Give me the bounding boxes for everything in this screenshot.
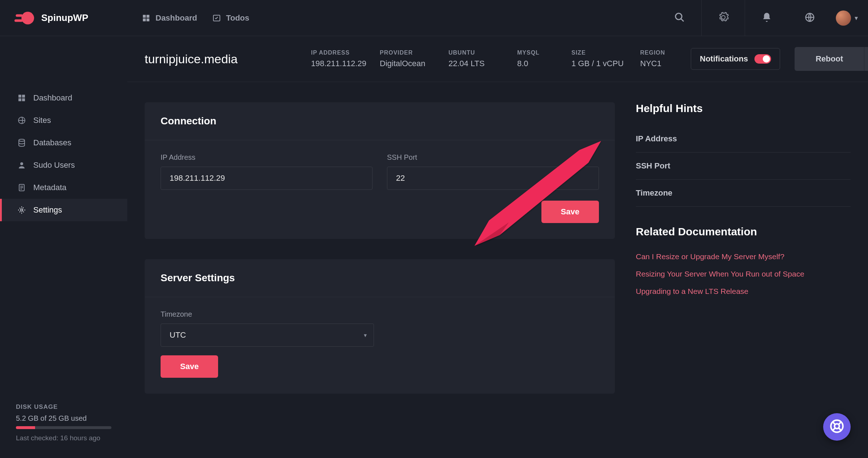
document-icon [17,183,26,192]
hint-ssh-port[interactable]: SSH Port [636,153,851,180]
ip-address-input[interactable] [161,167,373,190]
svg-rect-14 [22,98,25,101]
help-fab[interactable] [823,413,851,441]
region-button[interactable] [788,0,831,36]
search-button[interactable] [658,0,701,36]
svg-line-9 [681,18,684,21]
timezone-label: Timezone [161,310,599,318]
server-name: turnipjuice.media [145,52,282,66]
sidebar-item-label: Databases [33,138,71,147]
globe-icon [17,116,26,125]
timezone-select[interactable] [161,324,374,347]
brand-name: SpinupWP [41,12,88,23]
svg-rect-13 [18,98,21,101]
doc-link-space[interactable]: Resizing Your Server When You Run out of… [636,265,851,283]
checklist-icon [212,14,221,22]
doc-link-lts[interactable]: Upgrading to a New LTS Release [636,283,851,300]
hint-timezone[interactable]: Timezone [636,180,851,207]
sidebar-item-sudo-users[interactable]: Sudo Users [0,154,127,176]
server-settings-title: Server Settings [161,272,599,284]
logo-area[interactable]: SpinupWP [0,0,127,36]
svg-rect-4 [146,15,149,18]
stat-value: NYC1 [640,59,676,68]
server-settings-card: Server Settings Timezone ▾ Save [145,259,615,394]
svg-rect-12 [22,95,25,98]
sidebar-item-label: Settings [33,205,62,215]
notifications-toggle-box: Notifications [691,48,780,70]
stat-value: DigitalOcean [380,59,434,68]
disk-bar [16,426,111,429]
svg-point-16 [19,139,25,141]
notifications-toggle[interactable] [754,54,771,64]
disk-usage-widget: DISK USAGE 5.2 GB of 25 GB used Last che… [0,393,127,458]
gear-icon [718,12,729,24]
disk-title: DISK USAGE [16,403,111,411]
connection-card: Connection IP Address SSH Port Save [145,102,615,239]
top-bar: SpinupWP Dashboard Todos ▾ [0,0,868,36]
search-icon [674,12,685,24]
stat-mysql: MYSQL 8.0 [517,50,557,68]
svg-line-30 [839,428,841,431]
stat-label: REGION [640,50,676,56]
user-icon [17,161,26,170]
stat-value: 1 GB / 1 vCPU [571,59,626,68]
topnav-dashboard[interactable]: Dashboard [142,13,197,23]
svg-rect-2 [14,19,23,22]
user-menu[interactable]: ▾ [831,10,868,26]
disk-usage-text: 5.2 GB of 25 GB used [16,414,111,423]
svg-point-22 [21,209,23,211]
database-icon [17,138,26,147]
avatar [836,10,851,26]
sidebar-item-sites[interactable]: Sites [0,109,127,132]
notifications-button[interactable] [745,0,788,36]
gear-icon [17,206,26,214]
stat-value: 198.211.112.29 [311,59,365,68]
svg-line-29 [833,428,835,431]
ssh-port-input[interactable] [387,167,599,190]
reboot-dropdown[interactable]: ▾ [864,47,868,71]
related-docs-title: Related Documentation [636,226,851,238]
svg-rect-5 [143,18,146,21]
doc-link-resize[interactable]: Can I Resize or Upgrade My Server Myself… [636,248,851,265]
topnav-todos[interactable]: Todos [212,13,249,23]
stat-value: 8.0 [517,59,557,68]
stat-label: MYSQL [517,50,557,56]
svg-rect-11 [18,95,21,98]
sidebar-item-settings[interactable]: Settings [0,199,127,221]
stat-value: 22.04 LTS [448,59,503,68]
chevron-down-icon: ▾ [855,14,858,22]
sidebar-item-databases[interactable]: Databases [0,132,127,154]
connection-title: Connection [161,115,599,127]
stat-ip: IP ADDRESS 198.211.112.29 [311,50,365,68]
bell-icon [761,12,772,24]
stat-label: SIZE [571,50,626,56]
sidebar-item-metadata[interactable]: Metadata [0,176,127,199]
stat-ubuntu: UBUNTU 22.04 LTS [448,50,503,68]
dashboard-icon [142,14,150,22]
sidebar: Dashboard Sites Databases Sudo Users Met… [0,36,127,458]
reboot-group: Reboot ▾ [795,47,868,71]
top-nav: Dashboard Todos [127,13,249,23]
svg-point-17 [20,162,23,165]
reboot-button[interactable]: Reboot [795,47,864,71]
settings-save-button[interactable]: Save [161,355,218,378]
stat-size: SIZE 1 GB / 1 vCPU [571,50,626,68]
sidebar-item-label: Metadata [33,183,67,192]
svg-point-0 [21,12,34,24]
side-nav: Dashboard Sites Databases Sudo Users Met… [0,36,127,221]
hint-ip-address[interactable]: IP Address [636,125,851,153]
svg-line-27 [833,422,835,424]
connection-save-button[interactable]: Save [541,201,599,223]
globe-icon [804,12,815,24]
lifebuoy-icon [830,419,844,435]
main: turnipjuice.media IP ADDRESS 198.211.112… [127,36,868,458]
sidebar-item-dashboard[interactable]: Dashboard [0,87,127,109]
sidebar-item-label: Sudo Users [33,160,75,170]
topnav-todos-label: Todos [226,13,249,23]
ip-address-label: IP Address [161,153,373,162]
sidebar-item-label: Dashboard [33,93,72,103]
svg-rect-3 [143,15,146,18]
notifications-label: Notifications [700,54,748,64]
disk-fill [16,426,35,429]
settings-button[interactable] [701,0,745,36]
